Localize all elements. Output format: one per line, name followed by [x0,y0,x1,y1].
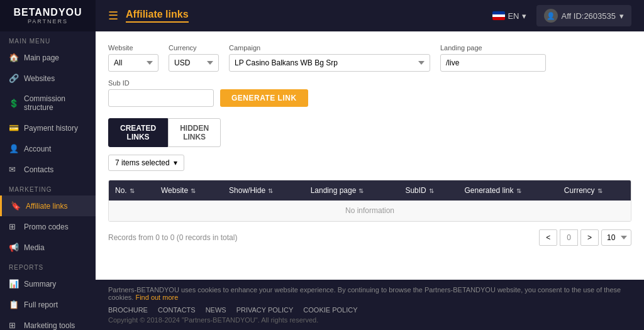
sidebar-item-contacts[interactable]: ✉Contacts [0,159,96,180]
sidebar-item-label: Websites [24,74,55,83]
col-header-currency[interactable]: Currency⇅ [558,180,631,201]
col-header-landing-page[interactable]: Landing page⇅ [304,180,399,201]
website-filter-group: Website All [108,44,158,72]
col-label: Generated link [464,186,513,195]
campaign-select[interactable]: LP Casino Balkans WB Bg Srp [229,54,430,72]
sidebar-item-label: Contacts [24,165,53,174]
subid-row: Sub ID GENERATE LINK [108,79,631,107]
campaign-label: Campaign [229,44,430,52]
filters-row: Website All Currency USD Campaign LP Cas… [108,44,631,72]
footer-link-contacts[interactable]: CONTACTS [158,306,196,314]
sort-icon: ⇅ [191,187,196,194]
full-report-icon: 📋 [9,300,19,309]
sidebar-item-label: Payment history [24,124,78,133]
commission-structure-icon: 💲 [9,99,19,108]
footer-link-brochure[interactable]: BROCHURE [108,306,148,314]
summary-icon: 📊 [9,279,19,289]
sidebar-item-account[interactable]: 👤Account [0,138,96,159]
footer-link-cookie-policy[interactable]: COOKIE POLICY [303,306,357,314]
current-page: 0 [560,229,578,246]
sidebar-item-label: Promo codes [24,223,69,231]
items-selector[interactable]: 7 items selected ▾ [108,155,184,171]
app-container: BETANDYOU PARTNERS MAIN MENU🏠Main page🔗W… [0,0,644,330]
col-header-website[interactable]: Website⇅ [155,180,223,201]
sidebar-item-full-report[interactable]: 📋Full report [0,294,96,315]
affiliate-links-icon: 🔖 [11,201,21,211]
col-header-subid[interactable]: SubID⇅ [399,180,458,201]
user-menu[interactable]: 👤 Aff ID:2603535 ▾ [536,5,632,26]
tab-created-links[interactable]: CREATEDLINKS [108,118,168,147]
col-header-generated-link[interactable]: Generated link⇅ [458,180,557,201]
lang-label: EN [508,11,519,21]
sidebar: BETANDYOU PARTNERS MAIN MENU🏠Main page🔗W… [0,0,96,330]
sidebar-item-label: Media [24,243,45,252]
page-title: Affiliate links [126,9,189,23]
sidebar-item-promo-codes[interactable]: ⊞Promo codes [0,216,96,237]
currency-select[interactable]: USD [169,54,219,72]
websites-icon: 🔗 [9,74,19,83]
website-label: Website [108,44,158,52]
sidebar-section-label: MAIN MENU [0,31,96,47]
col-header-show-hide[interactable]: Show/Hide⇅ [223,180,304,201]
subid-input[interactable] [108,89,214,107]
sort-icon: ⇅ [597,187,602,194]
landing-page-input[interactable] [440,54,546,72]
col-label: Show/Hide [229,186,265,195]
user-chevron-icon: ▾ [619,11,624,21]
sidebar-item-media[interactable]: 📢Media [0,237,96,258]
flag-icon [492,11,505,20]
subid-label: Sub ID [108,79,214,87]
contacts-icon: ✉ [9,165,19,174]
cookie-text: Partners-BETANDYOU uses cookies to enhan… [108,286,621,301]
website-select[interactable]: All [108,54,158,72]
col-label: Currency [564,186,595,195]
find-out-more-link[interactable]: Find out more [135,294,178,301]
sidebar-item-marketing-tools[interactable]: ⊞Marketing tools [0,315,96,330]
no-info-cell: No information [109,201,631,221]
logo: BETANDYOU PARTNERS [0,0,96,31]
next-page-button[interactable]: > [580,229,599,246]
pagination-controls: < 0 > 10 [539,229,631,246]
generate-link-button[interactable]: GENERATE LINK [220,89,308,107]
content-area: Website All Currency USD Campaign LP Cas… [96,31,644,280]
logo-sub: PARTNERS [28,18,68,25]
tab-hidden-links[interactable]: HIDDENLINKS [168,118,221,147]
sidebar-item-commission-structure[interactable]: 💲Commission structure [0,89,96,118]
pagination-row: Records from 0 to 0 (0 records in total)… [108,229,631,246]
hamburger-icon[interactable]: ☰ [108,9,118,23]
footer-links: BROCHURECONTACTSNEWSPRIVACY POLICYCOOKIE… [108,306,631,314]
media-icon: 📢 [9,243,19,252]
col-label: Landing page [311,186,357,195]
language-selector[interactable]: EN ▾ [492,11,526,21]
tabs-container: CREATEDLINKS HIDDENLINKS [108,118,631,147]
main-area: ☰ Affiliate links EN ▾ 👤 Aff ID:2603535 … [96,0,644,330]
sidebar-section-label: REPORTS [0,258,96,273]
sidebar-item-label: Account [24,145,51,153]
data-table: No.⇅Website⇅Show/Hide⇅Landing page⇅SubID… [109,180,631,221]
footer-link-news[interactable]: NEWS [206,306,226,314]
currency-filter-group: Currency USD [169,44,219,72]
sidebar-item-label: Affiliate links [26,202,67,211]
topbar: ☰ Affiliate links EN ▾ 👤 Aff ID:2603535 … [96,0,644,31]
sidebar-item-summary[interactable]: 📊Summary [0,273,96,294]
prev-page-button[interactable]: < [539,229,557,246]
footer-link-privacy-policy[interactable]: PRIVACY POLICY [236,306,294,314]
main-page-icon: 🏠 [9,53,19,62]
sort-icon: ⇅ [516,187,521,194]
sort-icon: ⇅ [130,187,135,194]
logo-brand: BETANDYOU [13,7,82,18]
per-page-select[interactable]: 10 [601,229,631,246]
sidebar-item-websites[interactable]: 🔗Websites [0,68,96,89]
sidebar-item-label: Commission structure [24,94,87,112]
copyright-text: Copyright © 2018-2024 "Partners-BETANDYO… [108,316,631,324]
sidebar-item-affiliate-links[interactable]: 🔖Affiliate links [0,195,96,216]
sidebar-item-label: Full report [24,300,58,309]
sidebar-item-main-page[interactable]: 🏠Main page [0,47,96,68]
col-header-no[interactable]: No.⇅ [109,180,155,201]
topbar-right: EN ▾ 👤 Aff ID:2603535 ▾ [492,5,631,26]
col-label: SubID [405,186,426,195]
sidebar-item-label: Main page [24,53,59,62]
sidebar-item-label: Summary [24,280,56,289]
payment-history-icon: 💳 [9,123,19,133]
sidebar-item-payment-history[interactable]: 💳Payment history [0,118,96,138]
